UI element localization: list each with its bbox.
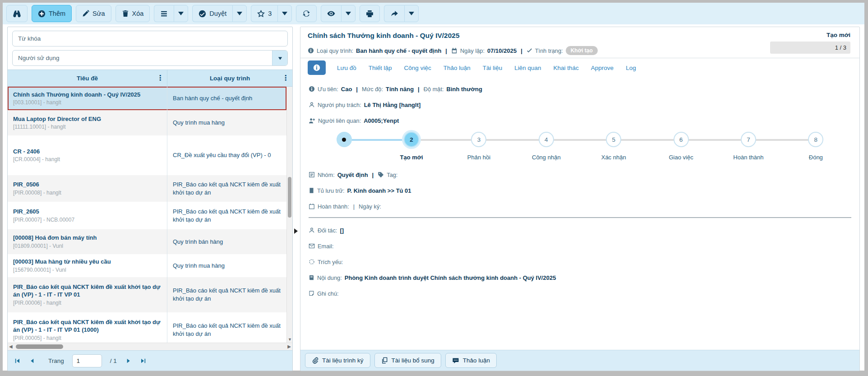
discussion-button[interactable]: Thảo luận (445, 353, 497, 368)
favorites-dropdown-button[interactable] (277, 5, 292, 22)
created-date-label: Ngày lập: (460, 47, 485, 54)
refresh-button[interactable] (296, 5, 317, 22)
table-row[interactable]: PIR_Báo cáo kết quả NCKT kiêm đề xuất kh… (8, 277, 286, 312)
menu-dropdown-button[interactable] (174, 5, 188, 22)
edit-button[interactable]: Sửa (76, 5, 111, 22)
status-label: Tình trạng: (535, 47, 563, 54)
table-row[interactable]: CR - 2406 [CR.00004] - hanglt CR_Đề xuất… (8, 135, 286, 175)
find-button[interactable] (6, 5, 28, 22)
stepper-step: 2 Tạo mới (378, 132, 445, 161)
scroll-left-arrow-icon[interactable]: ◀ (9, 344, 13, 349)
scroll-right-arrow-icon[interactable]: ▶ (287, 344, 291, 349)
detail-footer: Tài liệu trình ký Tài liệu bổ sung Thảo … (300, 350, 859, 371)
table-row[interactable]: PIR_2605 [PIR.00007] - NCB.00007 PIR_Báo… (8, 202, 286, 229)
related-people-label: Người liên quan: (318, 117, 361, 124)
tab-info-active[interactable] (308, 60, 326, 75)
detail-header: Chính sách Thưởng kinh doanh - Quý IV/20… (300, 27, 859, 58)
horizontal-scrollbar[interactable]: ◀ ▶ (8, 343, 292, 350)
vertical-scrollbar-thumb[interactable] (288, 177, 291, 218)
table-body: Chính sách Thưởng kinh doanh - Quý IV/20… (8, 87, 292, 343)
step-circle: 5 (606, 132, 621, 147)
row-process: PIR_Báo cáo kết quả NCKT kiêm đề xuất kh… (167, 312, 286, 343)
storage-line: Tủ lưu trữ: P. Kinh doanh >> Tủ 01 (309, 186, 851, 195)
assignee-label: Người phụ trách: (318, 102, 361, 108)
tab[interactable]: Thảo luận (443, 65, 471, 71)
table-row[interactable]: [00008] Hoá đơn bán máy tính [01809.0000… (8, 229, 286, 254)
step-label: Đóng (809, 154, 823, 161)
tab[interactable]: Lưu đồ (337, 65, 356, 71)
note-icon (309, 290, 314, 297)
row-title: [00008] Hoá đơn bán máy tính (13, 234, 162, 242)
page-number-input[interactable] (72, 354, 102, 367)
share-button[interactable] (384, 5, 404, 22)
chevron-down-icon[interactable] (272, 51, 287, 65)
row-code: [PIR.00005] - hanglt (13, 335, 162, 341)
app-window: Thêm Sửa Xóa Duyệt 3 (0, 0, 868, 376)
refresh-icon (302, 9, 310, 18)
workflow-stepper: 2 Tạo mới 3 Phản hồi 4 Công nhận 5 Xác n… (310, 132, 850, 161)
table-row[interactable]: [00003] Mua hàng từ nhiều yêu cầu [15679… (8, 254, 286, 277)
user-filter-value: Người sử dụng (13, 55, 272, 61)
view-button[interactable] (321, 5, 341, 22)
user-plus-icon (309, 117, 315, 124)
signing-documents-label: Tài liệu trình ký (322, 357, 364, 364)
tab[interactable]: Tài liệu (483, 65, 503, 71)
row-title: PIR_0506 (13, 181, 162, 189)
table-row[interactable]: Mua Laptop for Director of ENG [11111.10… (8, 110, 286, 135)
tab[interactable]: Liên quan (514, 65, 541, 71)
tab[interactable]: Log (626, 65, 636, 71)
row-title-cell: Mua Laptop for Director of ENG [11111.10… (8, 110, 167, 135)
share-dropdown-button[interactable] (404, 5, 419, 22)
complete-date-label: Hoàn thành: (318, 203, 349, 210)
user-filter-select[interactable]: Người sử dụng (12, 50, 288, 66)
signing-documents-button[interactable]: Tài liệu trình ký (305, 353, 370, 368)
tab[interactable]: Công việc (404, 65, 431, 71)
chevron-down-icon (178, 12, 184, 15)
detail-tabstrip: Lưu đồThiết lậpCông việcThảo luậnTài liệ… (300, 58, 859, 77)
page-label: Trang (48, 357, 64, 364)
delete-button[interactable]: Xóa (115, 5, 150, 22)
horizontal-scrollbar-thumb[interactable] (16, 344, 63, 349)
edit-button-label: Sửa (92, 10, 105, 17)
search-input[interactable] (12, 31, 288, 46)
email-line: Email: (309, 241, 851, 251)
add-button[interactable]: Thêm (32, 5, 72, 22)
row-code: [11111.10001] - hanglt (13, 124, 162, 130)
approve-dropdown-button[interactable] (232, 5, 247, 22)
column-header-title[interactable]: Tiêu đề ⋮ (8, 70, 167, 86)
approve-button[interactable]: Duyệt (192, 5, 232, 22)
tab[interactable]: Thiết lập (369, 65, 392, 71)
additional-documents-label: Tài liệu bổ sung (392, 357, 434, 364)
vertical-scrollbar[interactable]: ▼ (286, 87, 292, 343)
row-title: [00003] Mua hàng từ nhiều yêu cầu (13, 258, 162, 266)
tab[interactable]: Khai thác (554, 65, 579, 71)
check-circle-icon (199, 10, 206, 18)
chat-bubble-icon (452, 357, 459, 364)
tag-icon (378, 172, 384, 178)
prev-page-button[interactable] (29, 357, 36, 364)
panel-collapse-handle[interactable] (294, 228, 298, 234)
print-button[interactable] (360, 5, 380, 22)
table-row[interactable]: Chính sách Thưởng kinh doanh - Quý IV/20… (8, 87, 286, 110)
table-row[interactable]: PIR_Báo cáo kết quả NCKT kiêm đề xuất kh… (8, 312, 286, 343)
partner-value: [] (340, 227, 344, 234)
stepper-step: 4 Công nhận (512, 132, 580, 161)
next-page-button[interactable] (125, 357, 132, 364)
favorites-button[interactable]: 3 (251, 5, 277, 22)
step-circle: 8 (808, 132, 823, 147)
last-page-button[interactable] (140, 357, 147, 364)
menu-button[interactable] (154, 5, 174, 22)
section-divider (309, 217, 851, 218)
tab[interactable]: Approve (591, 65, 614, 71)
column-header-process[interactable]: Loại quy trình ⋮ (167, 70, 292, 86)
column-menu-icon[interactable]: ⋮ (157, 74, 164, 82)
step-label: Tạo mới (400, 154, 423, 161)
table-row[interactable]: PIR_0506 [PIR.00008] - hanglt PIR_Báo cá… (8, 175, 286, 202)
first-page-button[interactable] (14, 357, 21, 364)
sign-date-label: Ngày ký: (359, 203, 381, 210)
view-dropdown-button[interactable] (341, 5, 356, 22)
scroll-down-arrow-icon[interactable]: ▼ (288, 337, 292, 342)
column-menu-icon[interactable]: ⋮ (282, 74, 289, 82)
status-badge: Khởi tạo (566, 46, 598, 55)
additional-documents-button[interactable]: Tài liệu bổ sung (374, 353, 441, 368)
